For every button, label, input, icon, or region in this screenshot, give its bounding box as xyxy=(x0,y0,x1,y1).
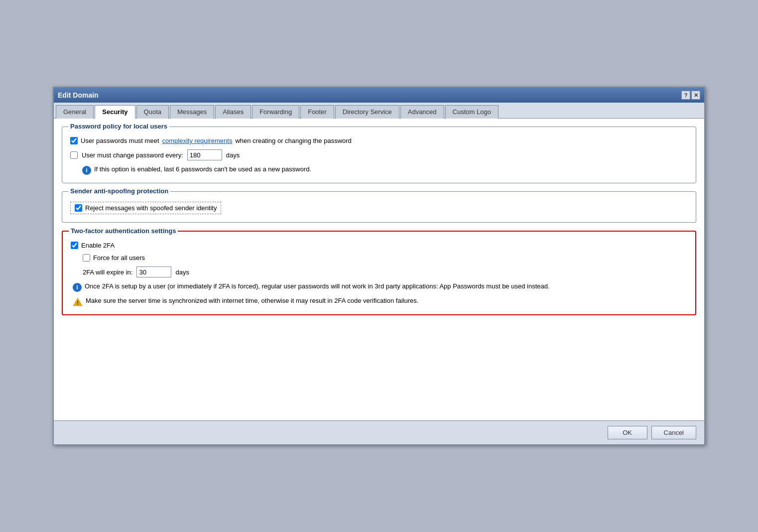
info-icon: i xyxy=(82,166,91,175)
two-factor-section: Two-factor authentication settings Enabl… xyxy=(62,231,696,315)
days-input[interactable] xyxy=(187,149,222,160)
force-all-users-checkbox[interactable] xyxy=(83,254,90,262)
tab-security[interactable]: Security xyxy=(95,105,135,119)
2fa-info-row: i Once 2FA is setup by a user (or immedi… xyxy=(71,282,687,292)
content-area: Password policy for local users User pas… xyxy=(54,119,704,420)
reject-spoofed-label: Reject messages with spoofed sender iden… xyxy=(85,204,217,212)
cancel-button[interactable]: Cancel xyxy=(651,426,696,439)
tab-messages[interactable]: Messages xyxy=(170,105,214,119)
anti-spoofing-content: Reject messages with spoofed sender iden… xyxy=(70,202,688,214)
dialog-title: Edit Domain xyxy=(58,91,99,99)
tab-aliases[interactable]: Aliases xyxy=(215,105,251,119)
force-all-users-row: Force for all users xyxy=(71,254,687,262)
tab-directory-service[interactable]: Directory Service xyxy=(335,105,399,119)
svg-text:!: ! xyxy=(77,300,79,306)
complexity-checkbox[interactable] xyxy=(70,137,78,144)
reject-spoofed-checkbox[interactable] xyxy=(75,204,82,212)
password-info-text: If this option is enabled, last 6 passwo… xyxy=(94,165,311,173)
change-password-checkbox[interactable] xyxy=(70,151,78,159)
help-button[interactable]: ? xyxy=(681,91,690,100)
close-button[interactable]: ✕ xyxy=(691,91,700,100)
complexity-label-post: when creating or changing the password xyxy=(235,137,351,144)
2fa-expire-input[interactable] xyxy=(136,266,171,277)
tab-custom-logo[interactable]: Custom Logo xyxy=(445,105,499,119)
two-factor-title: Two-factor authentication settings xyxy=(69,227,178,235)
complexity-row: User passwords must meet complexity requ… xyxy=(70,137,688,144)
anti-spoofing-section: Sender anti-spoofing protection Reject m… xyxy=(62,191,696,223)
dashed-checkbox-box: Reject messages with spoofed sender iden… xyxy=(70,202,221,214)
titlebar-buttons: ? ✕ xyxy=(681,91,700,100)
tab-advanced[interactable]: Advanced xyxy=(400,105,444,119)
tab-general[interactable]: General xyxy=(56,105,94,119)
tabs-bar: General Security Quota Messages Aliases … xyxy=(54,103,704,119)
dialog-titlebar: Edit Domain ? ✕ xyxy=(54,88,704,103)
2fa-info-icon: i xyxy=(73,283,82,292)
tab-forwarding[interactable]: Forwarding xyxy=(252,105,299,119)
force-all-users-label: Force for all users xyxy=(93,254,145,262)
anti-spoofing-title: Sender anti-spoofing protection xyxy=(68,187,170,195)
password-policy-title: Password policy for local users xyxy=(68,123,169,130)
edit-domain-dialog: Edit Domain ? ✕ General Security Quota M… xyxy=(53,87,705,445)
enable-2fa-checkbox[interactable] xyxy=(71,242,78,249)
bottom-bar: OK Cancel xyxy=(54,420,704,444)
2fa-expire-days: days xyxy=(175,268,189,276)
two-factor-content: Enable 2FA Force for all users 2FA will … xyxy=(71,242,687,306)
warn-icon: ! xyxy=(73,297,83,306)
password-policy-content: User passwords must meet complexity requ… xyxy=(70,137,688,175)
complexity-link[interactable]: complexity requirements xyxy=(162,137,233,144)
ok-button[interactable]: OK xyxy=(608,426,647,439)
change-password-label: User must change password every: xyxy=(82,151,183,159)
change-password-row: User must change password every: days xyxy=(70,149,688,160)
2fa-info-text: Once 2FA is setup by a user (or immediat… xyxy=(85,282,550,290)
2fa-warn-row: ! Make sure the server time is synchroni… xyxy=(71,297,687,306)
days-label: days xyxy=(226,151,240,159)
tab-quota[interactable]: Quota xyxy=(136,105,169,119)
2fa-warn-text: Make sure the server time is synchronize… xyxy=(86,297,418,304)
enable-2fa-row: Enable 2FA xyxy=(71,242,687,249)
2fa-expire-row: 2FA will expire in: days xyxy=(71,266,687,277)
complexity-label-pre: User passwords must meet xyxy=(81,137,159,144)
tab-footer[interactable]: Footer xyxy=(300,105,334,119)
reject-spoofed-row: Reject messages with spoofed sender iden… xyxy=(70,202,688,214)
2fa-expire-label: 2FA will expire in: xyxy=(83,268,132,276)
password-info-row: i If this option is enabled, last 6 pass… xyxy=(70,165,688,175)
enable-2fa-label: Enable 2FA xyxy=(81,242,115,249)
password-policy-section: Password policy for local users User pas… xyxy=(62,127,696,183)
